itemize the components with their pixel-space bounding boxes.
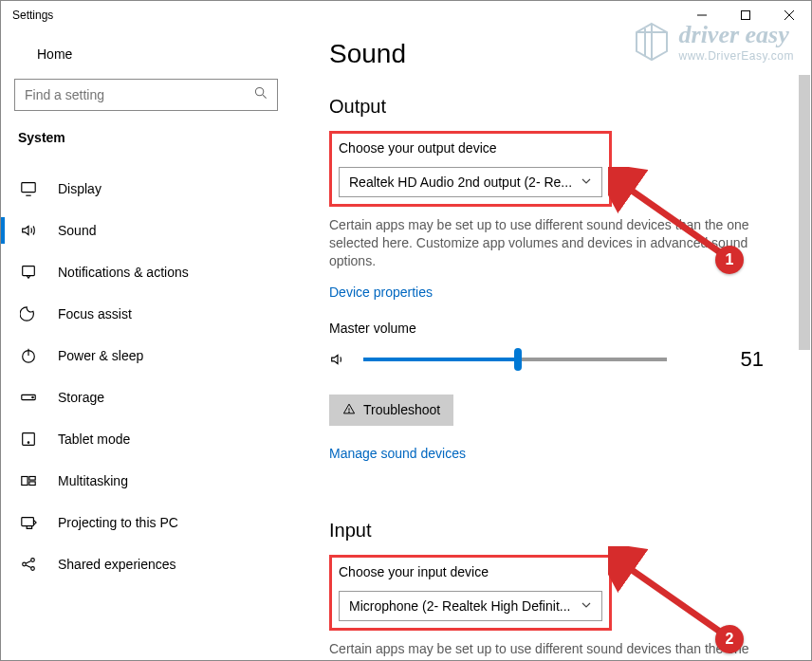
sidebar-item-label: Sound [58,223,96,238]
warning-icon [342,402,356,418]
project-icon [20,514,37,531]
svg-line-5 [263,95,267,99]
svg-rect-16 [29,477,35,481]
multitask-icon [20,472,37,489]
input-device-value: Microphone (2- Realtek High Definit... [349,598,570,614]
search-icon [254,86,268,103]
volume-slider[interactable] [363,358,667,361]
output-hint: Certain apps may be set up to use differ… [329,216,751,270]
svg-point-19 [23,562,27,566]
system-group-label: System [1,130,291,168]
sidebar-item-label: Shared experiences [58,557,176,572]
annotation-highlight-input: Choose your input device Microphone (2- … [329,555,612,631]
output-device-dropdown[interactable]: Realtek HD Audio 2nd output (2- Re... [339,167,602,197]
svg-rect-8 [23,266,35,276]
speaker-icon[interactable] [329,351,346,368]
sidebar-item-storage[interactable]: Storage [1,376,291,418]
sidebar-item-label: Multitasking [58,473,128,488]
svg-line-22 [26,560,30,563]
sidebar-item-label: Projecting to this PC [58,515,178,530]
svg-rect-18 [22,518,34,526]
sidebar-item-focus[interactable]: Focus assist [1,293,291,335]
sidebar-item-label: Tablet mode [58,431,130,447]
svg-rect-1 [742,11,750,20]
storage-icon [20,389,37,406]
troubleshoot-label: Troubleshoot [363,402,440,417]
display-icon [20,180,37,197]
volume-row: 51 [329,347,773,372]
svg-point-25 [349,412,350,413]
device-properties-link[interactable]: Device properties [329,285,433,300]
input-hint: Certain apps may be set up to use differ… [329,640,751,660]
window-controls [680,1,811,29]
svg-point-12 [32,396,33,397]
maximize-button[interactable] [724,1,767,29]
input-device-dropdown[interactable]: Microphone (2- Realtek High Definit... [339,591,602,621]
sidebar-item-label: Focus assist [58,306,132,321]
search-box[interactable] [14,79,278,111]
svg-point-21 [31,567,35,571]
svg-rect-17 [29,482,35,486]
sidebar: Home System Display Sound Notifications … [1,29,306,660]
annotation-highlight-output: Choose your output device Realtek HD Aud… [329,131,612,207]
focus-icon [20,305,37,322]
output-heading: Output [329,96,773,118]
window-title: Settings [12,9,53,22]
main-content: Sound Output Choose your output device R… [306,29,811,660]
sidebar-item-power[interactable]: Power & sleep [1,335,291,376]
minimize-button[interactable] [680,1,724,29]
volume-value: 51 [741,347,764,372]
svg-line-23 [26,565,30,568]
input-device-label: Choose your input device [339,564,602,579]
sidebar-item-tablet[interactable]: Tablet mode [1,418,291,460]
notifications-icon [20,264,37,281]
svg-rect-15 [22,477,28,486]
sidebar-item-project[interactable]: Projecting to this PC [1,502,291,543]
svg-point-20 [31,559,35,562]
troubleshoot-button[interactable]: Troubleshoot [329,395,453,426]
svg-point-4 [255,87,263,95]
svg-rect-6 [22,183,35,193]
chevron-down-icon [581,598,592,614]
slider-thumb[interactable] [514,348,522,371]
home-link[interactable]: Home [1,37,291,71]
sidebar-item-multitask[interactable]: Multitasking [1,460,291,502]
sidebar-item-label: Display [58,181,102,196]
slider-fill [363,358,518,361]
scrollbar-thumb[interactable] [799,75,810,350]
titlebar: Settings [1,1,811,29]
output-device-value: Realtek HD Audio 2nd output (2- Re... [349,174,572,190]
home-label: Home [37,46,72,62]
chevron-down-icon [581,174,592,190]
sidebar-item-label: Notifications & actions [58,265,189,280]
sidebar-item-label: Power & sleep [58,348,143,363]
sidebar-item-shared[interactable]: Shared experiences [1,543,291,585]
sidebar-item-notifications[interactable]: Notifications & actions [1,251,291,293]
tablet-icon [20,431,37,448]
shared-icon [20,556,37,573]
output-device-label: Choose your output device [339,140,602,156]
search-input[interactable] [25,87,254,102]
page-title: Sound [329,39,773,69]
close-button[interactable] [767,1,811,29]
sidebar-item-label: Storage [58,390,104,405]
nav-list: Display Sound Notifications & actions Fo… [1,168,291,585]
sidebar-item-sound[interactable]: Sound [1,210,291,251]
sidebar-item-display[interactable]: Display [1,168,291,210]
input-heading: Input [329,520,773,542]
svg-point-14 [28,442,28,443]
master-volume-label: Master volume [329,321,773,336]
power-icon [20,347,37,364]
manage-sound-link[interactable]: Manage sound devices [329,446,466,461]
sound-icon [20,222,37,239]
